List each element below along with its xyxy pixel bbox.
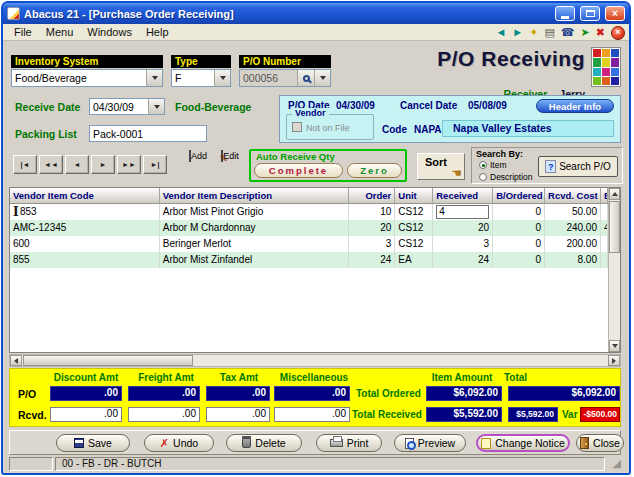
exit-icon[interactable]: × [611,26,625,40]
search-po-button[interactable]: ? Search P/O [538,156,618,177]
vertical-scrollbar[interactable] [608,188,620,352]
menu-help[interactable]: Help [139,25,176,39]
search-icon[interactable] [297,70,314,86]
save-label: Save [88,437,112,449]
packing-list-label: Packing List [15,128,77,140]
cell-unit: CS12 [395,204,433,220]
chevron-down-icon[interactable] [314,70,330,86]
resize-grip-icon[interactable]: ◢ [607,457,621,471]
grid-header: Vendor Item Code Vendor Item Description… [10,188,608,204]
undo-button[interactable]: ✗ Undo [144,434,214,452]
close-button[interactable]: × [605,6,625,21]
preview-button[interactable]: Preview [394,434,466,452]
maximize-icon [586,10,595,17]
search-by-panel: Search By: Item Description ? Search P/O [471,147,623,184]
column-header-vendor-item-description: Vendor Item Description [160,188,350,203]
nav-forward-icon[interactable]: ► [512,27,523,38]
delete-label: Delete [255,437,285,449]
edit-button[interactable]: ✎ Edit [215,151,245,161]
po-tax-value: .00 [206,386,270,401]
not-on-file-label: Not on File [306,123,350,133]
chevron-down-icon[interactable] [148,99,164,114]
line-items-grid: Vendor Item Code Vendor Item Description… [9,187,621,353]
delete-button[interactable]: Delete [226,434,302,452]
next-page-button[interactable]: ►► [117,155,141,174]
zero-button[interactable]: Zero [347,163,402,178]
menu-file[interactable]: File [7,25,39,39]
total-ordered-item-amount: $6,092.00 [426,386,502,401]
chevron-down-icon[interactable] [146,70,162,86]
inventory-system-select[interactable]: Food/Beverage [11,69,163,87]
first-record-button[interactable]: |◄ [13,155,37,174]
category-text: Food-Beverage [175,101,251,113]
received-edit-field[interactable]: 4 [436,205,489,219]
menu-menu[interactable]: Menu [39,25,81,39]
scroll-down-button[interactable] [609,340,620,352]
question-icon: ? [545,160,556,173]
cell-description: Beringer Merlot [160,236,350,252]
menu-toolbar-icons: ◄ ► ✦ ▤ ☎ ➤ ✖ × [495,25,625,40]
chevron-down-icon[interactable] [214,70,230,86]
cell-bordered: 0 [493,252,545,268]
scroll-up-button[interactable] [609,188,620,200]
last-record-button[interactable]: ►| [143,155,167,174]
scroll-right-button[interactable] [608,355,620,366]
prev-record-button[interactable]: ◄ [65,155,89,174]
rcvd-discount-field[interactable]: .00 [50,407,122,422]
cell-ext [601,236,608,252]
nav-back-icon[interactable]: ◄ [495,27,506,38]
auto-receive-group: Auto Receive Qty Complete Zero [249,149,407,182]
vertical-scroll-thumb[interactable] [609,201,620,253]
close-window-button[interactable]: Close [576,434,624,452]
bell-icon[interactable]: ✦ [529,27,538,38]
complete-button[interactable]: Complete [254,163,343,178]
auto-receive-label: Auto Receive Qty [256,151,335,162]
pencil-icon: ✎ [220,153,228,164]
maximize-button[interactable] [580,6,600,21]
save-button[interactable]: Save [56,434,130,452]
horizontal-scroll-thumb[interactable] [23,355,193,366]
table-row[interactable]: 853 Arbor Mist Pinot Grigio 10 CS12 4 0 … [10,204,608,220]
po-number-field[interactable]: 000056 [239,69,331,87]
table-row[interactable]: AMC-12345 Arbor M Chardonnay 20 CS12 20 … [10,220,608,236]
cancel-icon[interactable]: ✖ [596,27,605,38]
search-by-description-option[interactable]: Description [479,172,533,182]
table-row[interactable]: 855 Arbor Mist Zinfandel 24 EA 24 0 8.00 [10,252,608,268]
add-label: Add [191,151,207,161]
scroll-left-button[interactable] [10,355,22,366]
packing-list-field[interactable]: Pack-0001 [89,125,207,142]
table-row[interactable]: 600 Beringer Merlot 3 CS12 3 0 200.00 [10,236,608,252]
phone-icon[interactable]: ☎ [561,27,575,38]
minimize-button[interactable] [555,6,575,21]
menu-windows[interactable]: Windows [80,25,139,39]
horizontal-scrollbar[interactable] [9,354,621,367]
change-notice-button[interactable]: Change Notice [476,434,570,452]
cell-code: 600 [10,236,160,252]
search-po-label: Search P/O [559,161,611,172]
receive-date-field[interactable]: 04/30/09 [89,98,165,115]
cell-cost: 50.00 [545,204,601,220]
abacus-logo [591,47,621,87]
next-record-button[interactable]: ► [91,155,115,174]
search-by-item-option[interactable]: Item [479,160,507,170]
printer-icon[interactable]: ▤ [544,27,554,38]
print-button[interactable]: Print [316,434,382,452]
type-select[interactable]: F [171,69,231,87]
total-received-total: $5,592.00 [508,407,558,422]
tax-amt-label: Tax Amt [206,372,272,383]
rcvd-misc-field[interactable]: .00 [274,407,350,422]
rcvd-row-label: Rcvd. [18,409,47,421]
discount-amt-label: Discount Amt [46,372,126,383]
add-button[interactable]: Add [183,151,213,161]
prev-page-button[interactable]: ◄◄ [39,155,63,174]
header-info-button[interactable]: Header Info [536,99,614,113]
window-title: Abacus 21 - [Purchase Order Receiving] [24,8,550,20]
run-icon[interactable]: ➤ [581,27,590,38]
note-icon [481,438,491,449]
cell-order: 10 [349,204,395,220]
close-label: Close [593,437,620,449]
rcvd-tax-field[interactable]: .00 [206,407,270,422]
sort-button[interactable]: Sort ☚ [417,153,465,180]
rcvd-freight-field[interactable]: .00 [128,407,200,422]
po-number-value: 000056 [240,70,297,86]
